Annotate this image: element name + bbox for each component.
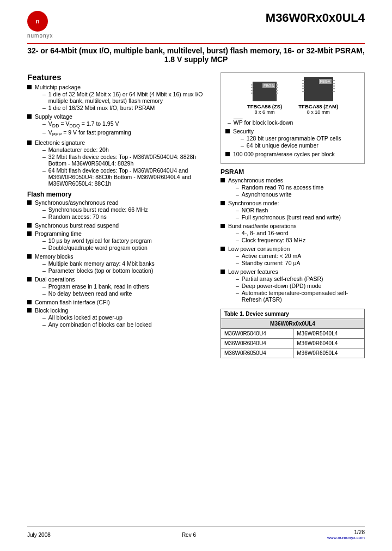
psram-subitem: Clock frequency: 83 MHz	[236, 237, 365, 243]
chip-label: FBGA	[319, 79, 332, 84]
flash-subitem: Any combination of blocks can be locked	[42, 321, 212, 328]
security-section: Security 128 bit user programmable OTP c…	[225, 128, 360, 157]
feature-subitem: 32 Mbit flash device codes: Top - M36W0R…	[42, 154, 212, 167]
flash-subitem: 10 µs by word typical for factory progra…	[42, 237, 212, 244]
psram-item-async: Asynchronous modes Random read 70 ns acc…	[220, 177, 365, 198]
feature-text: Multichip package 1 die of 32 Mbit (2 Mb…	[35, 84, 212, 112]
numonyx-logo-icon: n	[27, 11, 48, 32]
security-subitem: 64 bit unique device number	[241, 142, 360, 149]
feature-text: Supply voltage VDD = VDDQ = 1.7 to 1.95 …	[35, 113, 212, 138]
psram-item-low-power-feat: Low power features Partial array self-re…	[220, 268, 365, 303]
main-title: M36W0Rx0x0UL4	[64, 11, 365, 25]
flash-subitem: Synchronous burst read mode: 66 MHz	[42, 206, 212, 213]
bullet-icon	[220, 201, 225, 205]
chip-diagram-zam: FBGA	[304, 77, 333, 101]
table-cell: M36W0R6050U4	[221, 348, 293, 358]
device-table: Table 1. Device summary M36W0Rx0x0UL4 M3…	[220, 309, 365, 358]
footer: July 2008 Rev 6 1/28 www.numonyx.com	[27, 526, 365, 540]
security-subitem: 128 bit user programmable OTP cells	[241, 135, 360, 142]
chip-area: FBGA TFBGA56 (ZS) 8 x 6 mm	[225, 77, 360, 115]
bullet-icon	[27, 300, 32, 304]
psram-list: Asynchronous modes Random read 70 ns acc…	[220, 177, 365, 303]
feature-subitem: 1 die of 16/32 Mbit mux I/O, burst PSRAM	[42, 105, 212, 111]
psram-subitem: Asynchronous write	[236, 191, 365, 198]
chip-panel: FBGA TFBGA56 (ZS) 8 x 6 mm	[220, 72, 365, 164]
flash-subitem: Double/quadruple word program option	[42, 244, 212, 251]
flash-item-sync-async: Synchronous/asynchronous read Synchronou…	[27, 199, 212, 221]
wp-list: WP for block lock-down	[225, 119, 360, 126]
feature-item-multichip: Multichip package 1 die of 32 Mbit (2 Mb…	[27, 84, 212, 112]
flash-subitem: All blocks locked at power-up	[42, 314, 212, 321]
bullet-icon	[27, 114, 32, 119]
wp-item: WP for block lock-down	[228, 119, 360, 126]
feature-sublist: Manufacturer code: 20h 32 Mbit flash dev…	[35, 146, 212, 187]
bullet-icon	[220, 270, 225, 274]
flash-subitem: No delay between read and write	[42, 290, 212, 297]
title-area: M36W0Rx0x0UL4	[53, 11, 365, 25]
psram-subitem: Standby current: 70 µA	[236, 260, 365, 266]
feature-item-supply: Supply voltage VDD = VDDQ = 1.7 to 1.95 …	[27, 113, 212, 138]
psram-heading: PSRAM	[220, 168, 365, 176]
flash-item-block-locking: Block locking All blocks locked at power…	[27, 307, 212, 328]
footer-url: www.numonyx.com	[327, 535, 365, 540]
chip-name-zam: TFBGA88 (ZAM)	[298, 103, 338, 109]
footer-rev: Rev 6	[182, 532, 196, 538]
security-bullet: Security 128 bit user programmable OTP c…	[225, 128, 360, 149]
psram-subitem: 4-, 8- and 16-word	[236, 230, 365, 236]
bullet-icon	[27, 231, 32, 236]
table-col-header: M36W0Rx0x0UL4	[221, 319, 365, 329]
table-row: M36W0R5040U4 M36W0R5040L4	[221, 329, 365, 339]
bullet-icon	[27, 223, 32, 228]
table-cell: M36W0R6040U4	[221, 339, 293, 348]
table-cell: M36W0R6040L4	[293, 339, 365, 348]
chip-label: FBGA	[262, 83, 275, 88]
chip-dim-zam: 8 x 10 mm	[307, 109, 330, 115]
table-cell: M36W0R6050L4	[293, 348, 365, 358]
flash-list: Synchronous/asynchronous read Synchronou…	[27, 199, 212, 328]
bullet-icon	[220, 178, 225, 182]
feature-subitem: Manufacturer code: 20h	[42, 146, 212, 153]
table-row: M36W0R6050U4 M36W0R6050L4	[221, 348, 365, 358]
bullet-icon	[27, 85, 32, 89]
psram-subitem: Deep power-down (DPD) mode	[236, 283, 365, 289]
flash-item-mem-blocks: Memory blocks Multiple bank memory array…	[27, 253, 212, 274]
flash-subitem: Multiple bank memory array: 4 Mbit banks	[42, 260, 212, 267]
pins-left	[302, 80, 304, 92]
table-cell: M36W0R5040L4	[293, 329, 365, 339]
table-cell: M36W0R5040U4	[221, 329, 293, 339]
table-header-row: M36W0Rx0x0UL4	[221, 319, 365, 329]
footer-right: 1/28 www.numonyx.com	[327, 529, 365, 540]
psram-subitem: Automatic temperature-compensated self-R…	[236, 290, 365, 303]
footer-page: 1/28	[327, 529, 365, 535]
psram-subitem: Active current: < 20 mA	[236, 253, 365, 259]
feature-subitem: 1 die of 32 Mbit (2 Mbit x 16) or 64 Mbi…	[42, 91, 212, 104]
bullet-icon	[27, 200, 32, 205]
bullet-icon	[225, 152, 230, 156]
sub-title: 32- or 64-Mbit (mux I/O, multiple bank, …	[27, 46, 365, 64]
features-list: Multichip package 1 die of 32 Mbit (2 Mb…	[27, 84, 212, 187]
flash-item-dual-ops: Dual operations Program erase in 1 bank,…	[27, 276, 212, 297]
psram-subitem: Random read 70 ns access time	[236, 184, 365, 191]
bullet-icon	[220, 224, 225, 228]
flash-subitem: Program erase in 1 bank, read in others	[42, 283, 212, 290]
chip-dim-zs: 8 x 6 mm	[255, 109, 275, 115]
main-content: Features Multichip package 1 die of 32 M…	[27, 72, 365, 358]
table-caption-cell: Table 1. Device summary	[221, 309, 365, 319]
psram-subitem: NOR flash	[236, 207, 365, 213]
feature-text: Electronic signature Manufacturer code: …	[35, 139, 212, 187]
psram-item-burst: Burst read/write operations 4-, 8- and 1…	[220, 223, 365, 244]
bullet-icon	[27, 308, 32, 313]
right-column: FBGA TFBGA56 (ZS) 8 x 6 mm	[220, 72, 365, 358]
bullet-icon	[27, 140, 32, 145]
pins-right	[276, 84, 278, 94]
flash-item-prog-time: Programming time 10 µs by word typical f…	[27, 230, 212, 252]
flash-subitem: Random access: 70 ns	[42, 213, 212, 220]
bullet-icon	[220, 247, 225, 251]
footer-date: July 2008	[27, 532, 51, 538]
bullet-icon	[225, 129, 230, 133]
chip-zs: FBGA TFBGA56 (ZS) 8 x 6 mm	[247, 82, 282, 115]
svg-text:n: n	[36, 18, 40, 25]
bullet-icon	[27, 277, 32, 281]
bullet-icon	[27, 254, 32, 259]
feature-sublist: VDD = VDDQ = 1.7 to 1.95 V VPPP = 9 V fo…	[35, 120, 212, 137]
